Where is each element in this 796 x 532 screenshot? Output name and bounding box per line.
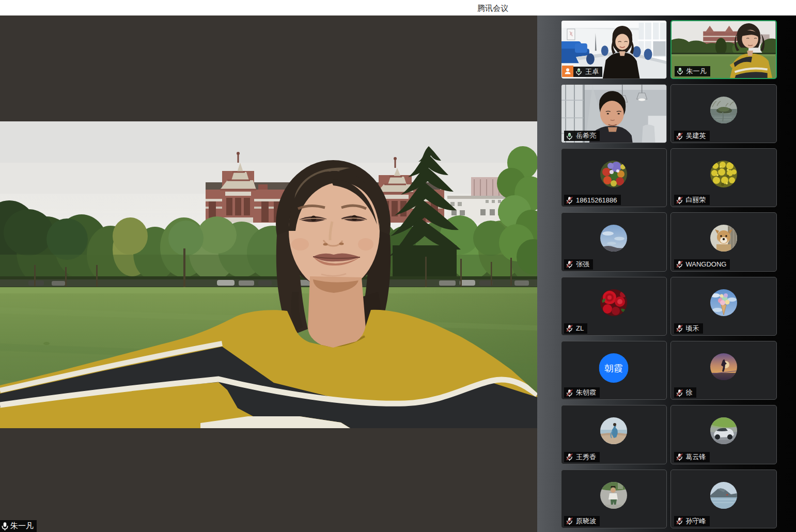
svg-text:朝霞: 朝霞: [605, 363, 623, 373]
